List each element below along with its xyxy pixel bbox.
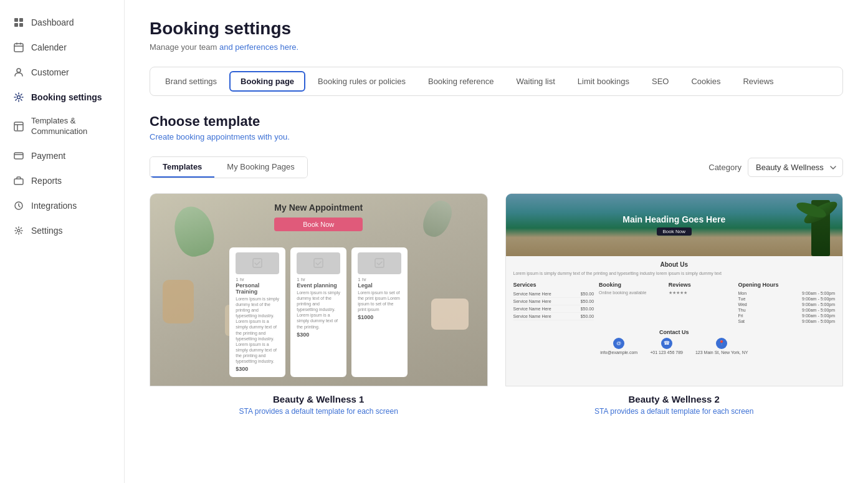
tab-limit-bookings[interactable]: Limit bookings xyxy=(568,72,639,90)
sub-tabs-right: Category Beauty & Wellness Health & Fitn… xyxy=(708,158,843,177)
tab-booking-reference[interactable]: Booking reference xyxy=(418,72,504,90)
template-card-info-1: Beauty & Wellness 1 STA provides a defau… xyxy=(150,386,488,423)
tmpl2-contact-title: Contact Us xyxy=(513,329,836,335)
category-select[interactable]: Beauty & Wellness Health & Fitness Medic… xyxy=(748,158,843,177)
tmpl2-about-title: About Us xyxy=(513,261,836,268)
service-card-1: 1 hr Event planning Lorem Ipsum is simpl… xyxy=(290,247,346,377)
svg-rect-14 xyxy=(375,259,384,267)
sidebar-item-templates-communication[interactable]: Templates & Communication xyxy=(0,110,124,143)
template-card-info-2: Beauty & Wellness 2 STA provides a defau… xyxy=(505,386,844,423)
sidebar-item-label: Settings xyxy=(31,226,63,236)
sub-tabs: Templates My Booking Pages Category Beau… xyxy=(150,156,843,178)
tab-reviews[interactable]: Reviews xyxy=(733,72,783,90)
sidebar: Dashboard Calender Customer Booking sett… xyxy=(0,0,125,483)
sidebar-item-label: Payment xyxy=(31,151,65,161)
tmpl2-hero: Main Heading Goes Here Book Now xyxy=(506,194,843,256)
plugin-icon xyxy=(12,199,25,212)
sub-tab-my-booking-pages[interactable]: My Booking Pages xyxy=(214,157,307,178)
sidebar-item-label: Calender xyxy=(31,42,67,52)
section-subtitle: Create booking appointments with you. xyxy=(150,132,843,141)
service-img-2 xyxy=(358,252,401,274)
sidebar-item-dashboard[interactable]: Dashboard xyxy=(0,10,124,35)
template-preview-2: Main Heading Goes Here Book Now About Us… xyxy=(505,193,844,386)
sidebar-item-label: Booking settings xyxy=(31,92,102,102)
page-subtitle: Manage your team and perferences here. xyxy=(150,42,843,52)
template-card-desc-2: STA provides a default template for each… xyxy=(508,407,841,416)
svg-point-11 xyxy=(17,229,20,232)
sidebar-item-booking-settings[interactable]: Booking settings xyxy=(0,85,124,110)
contact-location-icon: 📍 xyxy=(716,338,727,349)
sidebar-item-reports[interactable]: Reports xyxy=(0,168,124,193)
service-card-0: 1 hr Personal Training Lorem Ipsum is si… xyxy=(229,247,285,377)
contact-phone-icon: ☎ xyxy=(661,338,672,349)
subtitle-link[interactable]: and perferences here. xyxy=(219,42,298,52)
svg-rect-3 xyxy=(19,23,23,27)
tmpl1-services: 1 hr Personal Training Lorem Ipsum is si… xyxy=(229,247,408,377)
svg-rect-7 xyxy=(14,122,23,131)
template-card-2[interactable]: Main Heading Goes Here Book Now About Us… xyxy=(505,193,844,423)
sidebar-item-calender[interactable]: Calender xyxy=(0,35,124,60)
svg-rect-4 xyxy=(14,44,23,52)
category-label: Category xyxy=(708,163,742,172)
tab-waiting-list[interactable]: Waiting list xyxy=(506,72,565,90)
gear-icon xyxy=(12,91,25,103)
svg-rect-9 xyxy=(14,179,23,184)
sidebar-item-label: Reports xyxy=(31,176,62,186)
service-img-0 xyxy=(236,252,279,274)
svg-rect-1 xyxy=(19,18,23,22)
template-card-1[interactable]: My New Appointment Book Now 1 hr Persona… xyxy=(150,193,488,423)
main-content: Booking settings Manage your team and pe… xyxy=(125,0,868,483)
sidebar-item-settings[interactable]: Settings xyxy=(0,218,124,243)
sidebar-item-customer[interactable]: Customer xyxy=(0,60,124,85)
service-card-2: 1 hr Legal Lorem ipsum to set of the pri… xyxy=(351,247,408,377)
sidebar-item-label: Customer xyxy=(31,67,69,77)
tab-cookies[interactable]: Cookies xyxy=(681,72,730,90)
sidebar-item-label: Templates & Communication xyxy=(31,116,112,137)
tmpl1-heading: My New Appointment xyxy=(274,203,363,213)
tab-brand-settings[interactable]: Brand settings xyxy=(155,72,227,90)
sidebar-item-payment[interactable]: Payment xyxy=(0,143,124,168)
templates-grid: My New Appointment Book Now 1 hr Persona… xyxy=(150,193,843,423)
tmpl2-hero-btn: Book Now xyxy=(657,227,692,236)
tab-booking-rules[interactable]: Booking rules or policies xyxy=(308,72,416,90)
sub-tabs-left: Templates My Booking Pages xyxy=(150,156,308,178)
grid-icon xyxy=(12,16,25,29)
briefcase-icon xyxy=(12,175,25,187)
svg-rect-0 xyxy=(14,18,18,22)
page-title: Booking settings xyxy=(150,19,843,39)
sidebar-item-label: Dashboard xyxy=(31,17,74,27)
settings-icon xyxy=(12,224,25,237)
contact-email-icon: @ xyxy=(613,338,624,349)
calendar-icon xyxy=(12,41,25,54)
svg-rect-8 xyxy=(14,153,23,159)
tabs-bar: Brand settings Booking page Booking rule… xyxy=(150,67,843,96)
subtitle-plain: Manage your team xyxy=(150,42,219,52)
svg-point-5 xyxy=(17,69,21,72)
svg-point-6 xyxy=(17,96,21,99)
tab-seo[interactable]: SEO xyxy=(642,72,679,90)
svg-rect-13 xyxy=(314,259,323,267)
person-icon xyxy=(12,66,25,79)
sub-tab-templates[interactable]: Templates xyxy=(150,157,214,178)
layout-icon xyxy=(12,120,25,133)
svg-rect-2 xyxy=(14,23,18,27)
tmpl2-about-text: Lorem ipsum is simply dummy text of the … xyxy=(513,270,836,277)
tmpl1-book-btn: Book Now xyxy=(274,218,363,231)
template-card-desc-1: STA provides a default template for each… xyxy=(152,407,485,416)
tmpl2-hero-title: Main Heading Goes Here xyxy=(622,214,725,225)
template-preview-1: My New Appointment Book Now 1 hr Persona… xyxy=(150,193,488,386)
sidebar-item-integrations[interactable]: Integrations xyxy=(0,193,124,218)
svg-rect-12 xyxy=(253,259,262,267)
section-title: Choose template xyxy=(150,113,843,130)
service-img-1 xyxy=(297,252,340,274)
tab-booking-page[interactable]: Booking page xyxy=(229,71,305,92)
sidebar-item-label: Integrations xyxy=(31,201,77,211)
template-card-title-2: Beauty & Wellness 2 xyxy=(508,394,841,404)
credit-card-icon xyxy=(12,150,25,162)
template-card-title-1: Beauty & Wellness 1 xyxy=(152,394,485,404)
